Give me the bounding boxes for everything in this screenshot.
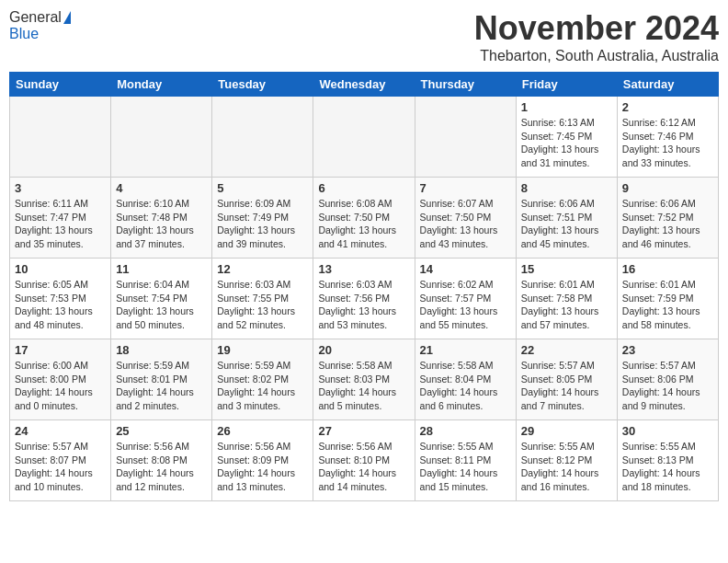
calendar-cell: 18Sunrise: 5:59 AM Sunset: 8:01 PM Dayli… [111, 339, 212, 420]
day-number: 13 [318, 262, 409, 276]
day-info: Sunrise: 5:58 AM Sunset: 8:04 PM Dayligh… [420, 359, 511, 413]
day-number: 12 [217, 262, 308, 276]
calendar-cell: 10Sunrise: 6:05 AM Sunset: 7:53 PM Dayli… [10, 259, 111, 339]
day-info: Sunrise: 6:04 AM Sunset: 7:54 PM Dayligh… [116, 278, 207, 332]
day-info: Sunrise: 5:56 AM Sunset: 8:09 PM Dayligh… [217, 440, 308, 494]
day-number: 30 [622, 424, 713, 438]
header-tuesday: Tuesday [212, 73, 313, 97]
day-number: 7 [420, 181, 511, 195]
week-row-2: 10Sunrise: 6:05 AM Sunset: 7:53 PM Dayli… [10, 259, 719, 339]
header-saturday: Saturday [617, 73, 718, 97]
week-row-0: 1Sunrise: 6:13 AM Sunset: 7:45 PM Daylig… [10, 97, 719, 178]
location-title: Thebarton, South Australia, Australia [474, 48, 719, 64]
day-number: 22 [521, 343, 612, 357]
day-number: 1 [521, 100, 612, 114]
calendar-cell: 3Sunrise: 6:11 AM Sunset: 7:47 PM Daylig… [10, 178, 111, 259]
calendar-cell: 19Sunrise: 5:59 AM Sunset: 8:02 PM Dayli… [212, 339, 313, 420]
day-number: 2 [622, 100, 713, 114]
calendar-cell: 12Sunrise: 6:03 AM Sunset: 7:55 PM Dayli… [212, 259, 313, 339]
day-number: 14 [420, 262, 511, 276]
header-sunday: Sunday [10, 73, 111, 97]
calendar-cell: 21Sunrise: 5:58 AM Sunset: 8:04 PM Dayli… [415, 339, 516, 420]
calendar-cell: 24Sunrise: 5:57 AM Sunset: 8:07 PM Dayli… [10, 420, 111, 501]
calendar-cell: 8Sunrise: 6:06 AM Sunset: 7:51 PM Daylig… [516, 178, 617, 259]
day-info: Sunrise: 6:03 AM Sunset: 7:55 PM Dayligh… [217, 278, 308, 332]
calendar-cell: 6Sunrise: 6:08 AM Sunset: 7:50 PM Daylig… [313, 178, 415, 259]
day-info: Sunrise: 6:08 AM Sunset: 7:50 PM Dayligh… [318, 197, 409, 251]
day-number: 6 [318, 181, 409, 195]
calendar-cell [111, 97, 212, 178]
day-number: 28 [420, 424, 511, 438]
day-info: Sunrise: 6:03 AM Sunset: 7:56 PM Dayligh… [318, 278, 409, 332]
week-row-1: 3Sunrise: 6:11 AM Sunset: 7:47 PM Daylig… [10, 178, 719, 259]
day-number: 4 [116, 181, 207, 195]
day-number: 5 [217, 181, 308, 195]
calendar-table: SundayMondayTuesdayWednesdayThursdayFrid… [9, 72, 719, 501]
day-info: Sunrise: 6:06 AM Sunset: 7:52 PM Dayligh… [622, 197, 713, 251]
calendar-cell [212, 97, 313, 178]
calendar-cell: 16Sunrise: 6:01 AM Sunset: 7:59 PM Dayli… [617, 259, 718, 339]
day-number: 10 [15, 262, 106, 276]
day-info: Sunrise: 6:00 AM Sunset: 8:00 PM Dayligh… [15, 359, 106, 413]
day-number: 17 [15, 343, 106, 357]
day-info: Sunrise: 5:57 AM Sunset: 8:05 PM Dayligh… [521, 359, 612, 413]
day-number: 21 [420, 343, 511, 357]
calendar-cell: 1Sunrise: 6:13 AM Sunset: 7:45 PM Daylig… [516, 97, 617, 178]
header-wednesday: Wednesday [313, 73, 415, 97]
calendar-cell: 30Sunrise: 5:55 AM Sunset: 8:13 PM Dayli… [617, 420, 718, 501]
calendar-header-row: SundayMondayTuesdayWednesdayThursdayFrid… [10, 73, 719, 97]
logo-icon [63, 11, 71, 24]
day-info: Sunrise: 6:06 AM Sunset: 7:51 PM Dayligh… [521, 197, 612, 251]
day-info: Sunrise: 6:09 AM Sunset: 7:49 PM Dayligh… [217, 197, 308, 251]
calendar-cell: 27Sunrise: 5:56 AM Sunset: 8:10 PM Dayli… [313, 420, 415, 501]
logo: General Blue [9, 9, 71, 42]
day-number: 16 [622, 262, 713, 276]
page-header: General Blue November 2024 Thebarton, So… [9, 9, 719, 64]
calendar-cell: 29Sunrise: 5:55 AM Sunset: 8:12 PM Dayli… [516, 420, 617, 501]
week-row-3: 17Sunrise: 6:00 AM Sunset: 8:00 PM Dayli… [10, 339, 719, 420]
day-info: Sunrise: 5:57 AM Sunset: 8:07 PM Dayligh… [15, 440, 106, 494]
calendar-cell: 14Sunrise: 6:02 AM Sunset: 7:57 PM Dayli… [415, 259, 516, 339]
calendar-cell: 23Sunrise: 5:57 AM Sunset: 8:06 PM Dayli… [617, 339, 718, 420]
calendar-cell: 26Sunrise: 5:56 AM Sunset: 8:09 PM Dayli… [212, 420, 313, 501]
day-number: 29 [521, 424, 612, 438]
day-info: Sunrise: 6:07 AM Sunset: 7:50 PM Dayligh… [420, 197, 511, 251]
day-info: Sunrise: 5:59 AM Sunset: 8:02 PM Dayligh… [217, 359, 308, 413]
day-number: 8 [521, 181, 612, 195]
calendar-cell [313, 97, 415, 178]
calendar-cell: 22Sunrise: 5:57 AM Sunset: 8:05 PM Dayli… [516, 339, 617, 420]
day-info: Sunrise: 5:56 AM Sunset: 8:10 PM Dayligh… [318, 440, 409, 494]
day-number: 3 [15, 181, 106, 195]
day-info: Sunrise: 6:01 AM Sunset: 7:58 PM Dayligh… [521, 278, 612, 332]
day-number: 19 [217, 343, 308, 357]
calendar-cell [415, 97, 516, 178]
day-info: Sunrise: 5:55 AM Sunset: 8:12 PM Dayligh… [521, 440, 612, 494]
calendar-cell: 5Sunrise: 6:09 AM Sunset: 7:49 PM Daylig… [212, 178, 313, 259]
day-info: Sunrise: 6:11 AM Sunset: 7:47 PM Dayligh… [15, 197, 106, 251]
day-number: 9 [622, 181, 713, 195]
day-info: Sunrise: 6:12 AM Sunset: 7:46 PM Dayligh… [622, 116, 713, 170]
calendar-cell: 7Sunrise: 6:07 AM Sunset: 7:50 PM Daylig… [415, 178, 516, 259]
calendar-cell: 4Sunrise: 6:10 AM Sunset: 7:48 PM Daylig… [111, 178, 212, 259]
day-info: Sunrise: 6:13 AM Sunset: 7:45 PM Dayligh… [521, 116, 612, 170]
week-row-4: 24Sunrise: 5:57 AM Sunset: 8:07 PM Dayli… [10, 420, 719, 501]
day-info: Sunrise: 6:10 AM Sunset: 7:48 PM Dayligh… [116, 197, 207, 251]
calendar-cell: 17Sunrise: 6:00 AM Sunset: 8:00 PM Dayli… [10, 339, 111, 420]
day-info: Sunrise: 5:57 AM Sunset: 8:06 PM Dayligh… [622, 359, 713, 413]
calendar-cell: 13Sunrise: 6:03 AM Sunset: 7:56 PM Dayli… [313, 259, 415, 339]
title-section: November 2024 Thebarton, South Australia… [474, 9, 719, 64]
logo-general-text: General [9, 9, 62, 26]
header-thursday: Thursday [415, 73, 516, 97]
calendar-cell: 2Sunrise: 6:12 AM Sunset: 7:46 PM Daylig… [617, 97, 718, 178]
day-number: 15 [521, 262, 612, 276]
day-info: Sunrise: 5:55 AM Sunset: 8:11 PM Dayligh… [420, 440, 511, 494]
day-number: 24 [15, 424, 106, 438]
day-info: Sunrise: 5:58 AM Sunset: 8:03 PM Dayligh… [318, 359, 409, 413]
calendar-cell: 9Sunrise: 6:06 AM Sunset: 7:52 PM Daylig… [617, 178, 718, 259]
header-monday: Monday [111, 73, 212, 97]
day-info: Sunrise: 6:01 AM Sunset: 7:59 PM Dayligh… [622, 278, 713, 332]
day-number: 23 [622, 343, 713, 357]
day-number: 11 [116, 262, 207, 276]
calendar-cell: 25Sunrise: 5:56 AM Sunset: 8:08 PM Dayli… [111, 420, 212, 501]
logo-blue-text: Blue [9, 26, 39, 42]
